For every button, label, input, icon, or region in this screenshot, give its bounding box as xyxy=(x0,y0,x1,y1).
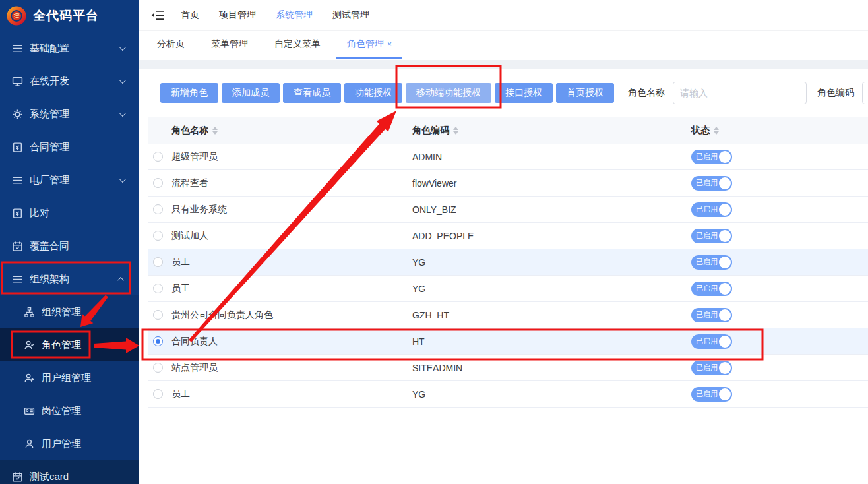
table-row[interactable]: 只有业务系统 ONLY_BIZ 已启用 xyxy=(148,197,868,223)
toolbar-button[interactable]: 新增角色 xyxy=(160,83,218,103)
sort-icon[interactable] xyxy=(714,127,719,135)
sidebar-item[interactable]: 系统管理 xyxy=(0,98,139,131)
radio-cell xyxy=(148,310,171,320)
radio-cell xyxy=(148,336,171,346)
role-code-cell: flowViewer xyxy=(412,178,691,189)
table-row[interactable]: 测试加人 ADD_PEOPLE 已启用 xyxy=(148,223,868,249)
status-toggle[interactable]: 已启用 xyxy=(691,361,732,375)
sidebar-item-label: 在线开发 xyxy=(30,75,69,88)
sidebar-item[interactable]: 用户组管理 xyxy=(0,361,139,394)
status-toggle-label: 已启用 xyxy=(696,363,718,373)
status-toggle-label: 已启用 xyxy=(696,178,718,188)
sidebar-item[interactable]: 电厂管理 xyxy=(0,164,139,197)
role-name-cell: 测试加人 xyxy=(171,230,412,242)
toolbar-button[interactable]: 首页授权 xyxy=(556,83,614,103)
topnav-item[interactable]: 首页 xyxy=(181,9,199,21)
table-row[interactable]: 流程查看 flowViewer 已启用 xyxy=(148,170,868,197)
table-row[interactable]: 超级管理员 ADMIN 已启用 xyxy=(148,144,868,170)
topnav-item[interactable]: 项目管理 xyxy=(219,9,256,21)
sidebar-item-icon xyxy=(12,241,23,252)
sidebar-item[interactable]: 测试card xyxy=(0,460,139,484)
toolbar-button[interactable]: 添加成员 xyxy=(222,83,280,103)
app-logo[interactable]: 全代码平台 xyxy=(0,0,139,32)
sidebar-item[interactable]: 覆盖合同 xyxy=(0,229,139,262)
role-name-cell: 员工 xyxy=(171,388,412,400)
status-cell: 已启用 xyxy=(691,334,868,349)
toolbar-buttons: 新增角色添加成员查看成员功能授权移动端功能授权接口授权首页授权 xyxy=(160,83,617,103)
sidebar-item-label: 用户管理 xyxy=(42,438,81,450)
sidebar-item-label: 组织架构 xyxy=(30,273,69,286)
sidebar-item[interactable]: 比对 xyxy=(0,197,139,229)
role-name-cell: 员工 xyxy=(171,283,412,295)
radio-button[interactable] xyxy=(153,310,163,320)
role-code-cell: YG xyxy=(412,284,691,294)
role-name-cell: 流程查看 xyxy=(171,177,412,189)
status-toggle[interactable]: 已启用 xyxy=(691,308,732,322)
table-row[interactable]: 贵州公司合同负责人角色 GZH_HT 已启用 xyxy=(148,302,868,328)
role-name-filter-label: 角色名称 xyxy=(628,87,665,99)
topnav-item[interactable]: 测试管理 xyxy=(332,9,369,21)
sort-icon[interactable] xyxy=(453,127,458,135)
sidebar-item[interactable]: 角色管理 xyxy=(0,328,139,361)
radio-button[interactable] xyxy=(153,152,163,162)
menu-collapse-icon[interactable] xyxy=(150,9,165,21)
role-code-cell: SITEADMIN xyxy=(412,363,691,373)
table-row[interactable]: 员工 YG 已启用 xyxy=(148,381,868,408)
toolbar-button[interactable]: 接口授权 xyxy=(495,83,553,103)
sidebar-item-label: 测试card xyxy=(30,471,69,483)
table-row[interactable]: 员工 YG 已启用 xyxy=(148,276,868,302)
sidebar-item-icon xyxy=(24,373,35,384)
status-toggle[interactable]: 已启用 xyxy=(691,255,732,270)
status-toggle[interactable]: 已启用 xyxy=(691,387,732,402)
sidebar-item[interactable]: 组织管理 xyxy=(0,295,139,328)
sidebar-item-icon xyxy=(12,43,23,54)
sidebar-item[interactable]: 岗位管理 xyxy=(0,394,139,427)
status-toggle[interactable]: 已启用 xyxy=(691,176,732,191)
column-header-label: 状态 xyxy=(691,125,710,136)
role-code-cell: ADMIN xyxy=(412,152,691,162)
column-header[interactable]: 角色名称 xyxy=(171,125,412,136)
sort-icon[interactable] xyxy=(212,127,218,135)
radio-button[interactable] xyxy=(153,204,163,214)
status-toggle[interactable]: 已启用 xyxy=(691,150,732,164)
tab[interactable]: 菜单管理 xyxy=(201,31,259,59)
status-toggle[interactable]: 已启用 xyxy=(691,229,732,243)
radio-button[interactable] xyxy=(153,363,163,373)
radio-button[interactable] xyxy=(153,178,163,188)
sidebar-item[interactable]: 组织架构 xyxy=(0,262,139,295)
sidebar-item[interactable]: 用户管理 xyxy=(0,427,139,460)
status-toggle[interactable]: 已启用 xyxy=(691,282,732,296)
tab[interactable]: 自定义菜单 xyxy=(264,31,331,59)
sidebar-item[interactable]: 基础配置 xyxy=(0,32,139,65)
status-toggle[interactable]: 已启用 xyxy=(691,202,732,217)
table-row[interactable]: 站点管理员 SITEADMIN 已启用 xyxy=(148,355,868,381)
sidebar-item-label: 用户组管理 xyxy=(42,372,91,384)
sidebar-item[interactable]: 合同管理 xyxy=(0,131,139,164)
role-name-cell: 站点管理员 xyxy=(171,362,412,374)
radio-button[interactable] xyxy=(153,231,163,241)
tab[interactable]: 分析页 xyxy=(146,31,195,59)
app-logo-icon xyxy=(6,5,27,26)
toolbar-button[interactable]: 查看成员 xyxy=(283,83,341,103)
sidebar-item-label: 组织管理 xyxy=(42,306,81,318)
status-toggle-label: 已启用 xyxy=(696,310,718,320)
app-root: 全代码平台 基础配置 在线开发 系统管理 合同管理 xyxy=(0,0,868,484)
radio-button[interactable] xyxy=(153,284,163,293)
toolbar-button[interactable]: 功能授权 xyxy=(344,83,402,103)
column-header[interactable]: 状态 xyxy=(691,125,868,136)
role-code-input[interactable] xyxy=(862,82,868,104)
toolbar-button[interactable]: 移动端功能授权 xyxy=(406,83,491,103)
tab-close-icon[interactable]: × xyxy=(387,40,392,48)
sidebar-item[interactable]: 在线开发 xyxy=(0,65,139,98)
radio-button[interactable] xyxy=(153,389,163,399)
topnav-item[interactable]: 系统管理 xyxy=(276,9,313,21)
tab[interactable]: 角色管理 × xyxy=(336,31,402,59)
radio-button[interactable] xyxy=(153,336,163,346)
roles-table: 角色名称 角色编码 状态 xyxy=(148,117,868,408)
status-toggle[interactable]: 已启用 xyxy=(691,334,732,349)
radio-button[interactable] xyxy=(153,257,163,267)
table-row[interactable]: 员工 YG 已启用 xyxy=(148,249,868,276)
table-row[interactable]: 合同负责人 HT 已启用 xyxy=(148,328,868,355)
column-header[interactable]: 角色编码 xyxy=(412,125,691,136)
role-name-input[interactable] xyxy=(673,82,807,104)
